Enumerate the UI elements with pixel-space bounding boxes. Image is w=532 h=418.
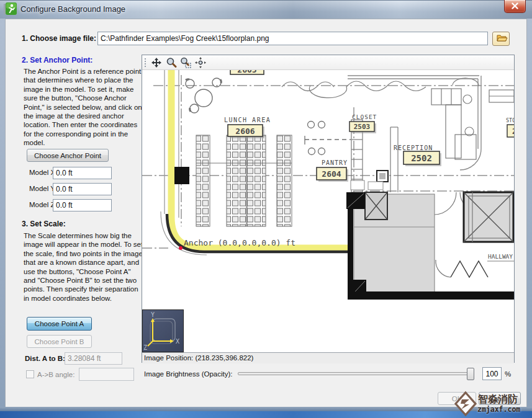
window-title: Configure Background Image — [20, 4, 125, 14]
room-badge-top-partial: 2605 — [230, 70, 264, 74]
dist-a-to-b-label: Dist. A to B: — [25, 355, 65, 362]
opacity-slider-thumb[interactable] — [467, 368, 474, 380]
column-block — [174, 167, 189, 184]
model-z-input[interactable] — [53, 199, 112, 211]
room-badge-lunch: 2606 — [228, 125, 264, 138]
anchor-label: Anchor (0.0,0.0,0.0) ft — [184, 238, 295, 247]
angle-input[interactable] — [79, 368, 134, 381]
svg-text:2: 2 — [512, 127, 514, 136]
dist-a-to-b-input[interactable] — [65, 352, 122, 365]
set-scale-heading: 3. Set Scale: — [22, 220, 66, 228]
watermark: 智淼消防 zmjaxf.com — [454, 391, 532, 418]
window-border-right — [527, 19, 532, 408]
close-button[interactable] — [504, 0, 526, 13]
anchor-point-marker[interactable] — [179, 246, 183, 250]
axis-x-label: X — [176, 338, 179, 345]
image-viewer-panel: LUNCH AREA CLOSET RECEPTION PANTRY HALLW… — [142, 55, 515, 363]
angle-label: A->B angle: — [37, 371, 74, 378]
pathfinder-app-icon — [4, 2, 17, 16]
axis-y-label: Y — [151, 311, 155, 318]
set-anchor-point-heading: 2. Set Anchor Point: — [22, 56, 92, 64]
svg-text:2503: 2503 — [354, 123, 371, 131]
choose-anchor-point-button[interactable]: Choose Anchor Point — [27, 149, 109, 162]
svg-text:2604: 2604 — [322, 169, 341, 179]
watermark-site: zmjaxf.com — [477, 405, 520, 414]
closet-text: CLOSET — [352, 113, 377, 120]
pan-icon[interactable] — [150, 56, 163, 69]
choose-point-b-button[interactable]: Choose Point B — [27, 335, 92, 348]
orientation-cube[interactable]: Y X Z — [142, 309, 184, 352]
hallway-text: HALLWAY — [488, 253, 513, 260]
room-badge-storage: 2 — [507, 125, 514, 137]
room-badge-pantry: 2604 — [317, 167, 348, 182]
storage-text: STO — [506, 117, 514, 123]
floorplan-canvas[interactable]: LUNCH AREA CLOSET RECEPTION PANTRY HALLW… — [142, 70, 514, 352]
model-x-input[interactable] — [53, 167, 112, 179]
pantry-text: PANTRY — [322, 159, 348, 166]
choose-image-file-label: 1. Choose image file: — [22, 34, 96, 43]
zoom-icon[interactable] — [165, 56, 178, 69]
desktop-strip — [0, 411, 532, 418]
image-position-statusbar: Image Position: (218.235,396.822) — [142, 352, 514, 363]
watermark-logo-icon — [454, 391, 477, 417]
zoom-box-icon[interactable] — [179, 56, 192, 69]
svg-text:2502: 2502 — [411, 153, 432, 163]
opacity-label: Image Brightness (Opacity): — [144, 370, 233, 378]
axis-z-label: Z — [143, 344, 147, 351]
opacity-slider-track[interactable] — [238, 372, 473, 375]
window-border-left — [0, 19, 5, 408]
open-folder-icon — [497, 33, 508, 42]
room-badge-closet: 2503 — [349, 122, 376, 133]
reception-text: RECEPTION — [394, 145, 433, 151]
image-file-path-input[interactable] — [97, 32, 488, 45]
room-badge-reception: 2502 — [404, 151, 441, 166]
toolbar-grip[interactable] — [144, 58, 147, 68]
svg-text:2606: 2606 — [235, 127, 255, 136]
lunch-area-text: LUNCH AREA — [224, 117, 271, 123]
opacity-unit-label: % — [505, 370, 511, 378]
opacity-value-box[interactable]: 100 — [482, 367, 502, 380]
browse-folder-button[interactable] — [492, 32, 510, 46]
close-icon — [512, 2, 518, 9]
set-scale-description: The Scale determines how big the image w… — [24, 231, 143, 303]
anchor-point-description: The Anchor Point is a reference point th… — [24, 67, 143, 148]
choose-point-a-button[interactable]: Choose Point A — [27, 317, 92, 331]
angle-checkbox[interactable] — [26, 370, 34, 378]
model-y-input[interactable] — [53, 183, 112, 195]
svg-text:2605: 2605 — [237, 70, 256, 74]
watermark-name: 智淼消防 — [478, 393, 518, 406]
viewer-toolbar — [142, 55, 514, 70]
configure-background-image-dialog: Configure Background Image 1. Choose ima… — [0, 0, 532, 418]
zoom-extents-icon[interactable] — [194, 56, 207, 69]
